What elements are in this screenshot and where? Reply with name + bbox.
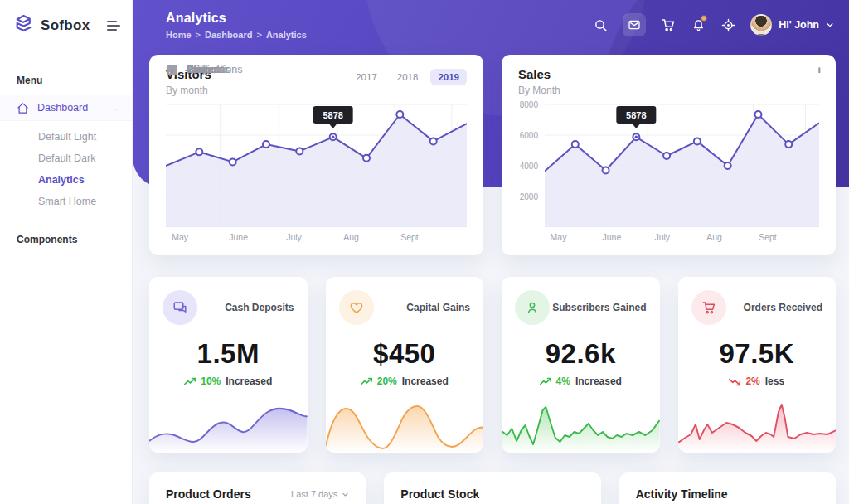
bell-icon[interactable] bbox=[691, 17, 706, 32]
x-tick-label: Sept bbox=[400, 232, 419, 242]
y-tick-label: 6000 bbox=[520, 131, 538, 140]
x-tick-label: July bbox=[654, 232, 670, 242]
cash-deposits-sparkline bbox=[149, 400, 308, 453]
product-orders-title: Product Orders bbox=[166, 487, 251, 501]
header-actions: Hi' John bbox=[593, 13, 834, 36]
expand-indicator[interactable]: + bbox=[816, 64, 822, 76]
chevron-down-icon bbox=[342, 491, 349, 498]
breadcrumb: Home > Dashboard > Analytics bbox=[166, 30, 307, 40]
product-orders-card: Product Orders Last 7 days bbox=[149, 472, 366, 504]
sidebar-toggle-icon[interactable] bbox=[107, 21, 120, 31]
page-head: Analytics Home > Dashboard > Analytics bbox=[166, 11, 307, 40]
breadcrumb-separator: > bbox=[256, 30, 261, 40]
product-stock-card: Product Stock bbox=[384, 472, 600, 504]
stat-card-subscribers-gained: Subscribers Gained 92.6k 4% Increased bbox=[502, 277, 660, 453]
stat-value: 97.5K bbox=[691, 338, 823, 370]
chat-bubble-icon bbox=[163, 290, 197, 325]
capital-gains-sparkline bbox=[326, 400, 484, 453]
locate-icon[interactable] bbox=[720, 17, 735, 32]
x-tick-label: June bbox=[229, 232, 248, 242]
sidebar-item-analytics[interactable]: Analytics bbox=[0, 169, 132, 191]
activity-timeline-card: Activity Timeline bbox=[619, 472, 836, 504]
x-tick-label: July bbox=[286, 232, 302, 242]
cart-icon bbox=[691, 290, 726, 325]
breadcrumb-home[interactable]: Home bbox=[166, 30, 192, 40]
y-tick-label: 8000 bbox=[520, 100, 538, 109]
sidebar-item-default-dark[interactable]: Default Dark bbox=[0, 148, 132, 169]
visitors-subtitle: By month bbox=[166, 85, 211, 96]
svg-text:5878: 5878 bbox=[626, 110, 646, 120]
user-greeting: Hi' John bbox=[779, 19, 819, 31]
sales-line-chart: 5878 bbox=[545, 104, 819, 227]
dashboard-submenu: Default Light Default Dark Analytics Sma… bbox=[0, 121, 132, 220]
x-tick-label: Sept bbox=[759, 232, 777, 242]
sales-x-axis: MayJuneJulyAugSept bbox=[545, 232, 819, 245]
breadcrumb-current: Analytics bbox=[266, 30, 307, 40]
chevron-down-icon bbox=[826, 21, 834, 29]
subscribers-sparkline bbox=[502, 400, 660, 453]
notification-badge bbox=[701, 15, 707, 22]
trend-up-icon bbox=[540, 377, 551, 386]
widget-icon bbox=[166, 64, 178, 76]
x-tick-label: Aug bbox=[343, 232, 359, 242]
mail-icon[interactable] bbox=[623, 13, 646, 36]
avatar[interactable] bbox=[750, 14, 772, 36]
brand-name[interactable]: Sofbox bbox=[41, 17, 90, 34]
stat-value: $450 bbox=[339, 338, 471, 370]
cart-icon[interactable] bbox=[661, 17, 676, 32]
heart-icon bbox=[339, 290, 374, 325]
sales-card: Sales By Month 2000400060008000 5878 May… bbox=[502, 55, 836, 255]
page-title: Analytics bbox=[166, 11, 307, 26]
product-stock-title: Product Stock bbox=[400, 487, 479, 501]
breadcrumb-dashboard[interactable]: Dashboard bbox=[205, 30, 252, 40]
stat-card-orders-received: Orders Received 97.5K 2% less bbox=[678, 277, 837, 453]
sidebar: Sofbox Menu Dashboard - Default Light De… bbox=[0, 0, 133, 504]
trend-down-icon bbox=[729, 377, 740, 386]
orders-sparkline bbox=[678, 400, 837, 453]
user-icon bbox=[515, 290, 550, 325]
visitors-x-axis: MayJuneJulyAugSept bbox=[166, 232, 467, 245]
sidebar-item-smart-home[interactable]: Smart Home bbox=[0, 191, 132, 212]
menu-section-label: Menu bbox=[0, 75, 132, 86]
home-icon bbox=[17, 102, 29, 114]
stat-value: 1.5M bbox=[163, 338, 294, 370]
trend-up-icon bbox=[361, 377, 372, 386]
sales-y-axis: 2000400060008000 bbox=[518, 104, 545, 245]
y-tick-label: 4000 bbox=[520, 162, 538, 171]
sofbox-logo-icon[interactable] bbox=[13, 14, 34, 38]
sales-subtitle: By Month bbox=[518, 85, 560, 96]
x-tick-label: Aug bbox=[706, 232, 722, 242]
activity-timeline-title: Activity Timeline bbox=[636, 487, 728, 501]
y-tick-label: 2000 bbox=[520, 192, 538, 201]
x-tick-label: May bbox=[551, 232, 567, 242]
breadcrumb-separator: > bbox=[196, 30, 201, 40]
sidebar-item-dashboard[interactable]: Dashboard - bbox=[0, 94, 132, 121]
collapse-indicator[interactable]: - bbox=[115, 102, 119, 114]
trend-up-icon bbox=[184, 377, 196, 386]
search-icon[interactable] bbox=[593, 17, 608, 32]
stat-card-capital-gains: Capital Gains $450 20% Increased bbox=[326, 277, 484, 453]
svg-text:5878: 5878 bbox=[323, 110, 342, 120]
visitors-line-chart: 5878 bbox=[166, 104, 467, 227]
stat-value: 92.6k bbox=[515, 338, 647, 370]
x-tick-label: May bbox=[172, 232, 188, 242]
sidebar-item-widgets[interactable]: Widgets + bbox=[149, 55, 836, 85]
visitors-card: Visitors By month 2017 2018 2019 5878 Ma… bbox=[149, 55, 483, 255]
stat-card-cash-deposits: Cash Deposits 1.5M 10% Increased bbox=[149, 277, 308, 453]
sidebar-item-default-light[interactable]: Default Light bbox=[0, 126, 132, 148]
date-range-dropdown[interactable]: Last 7 days bbox=[291, 489, 349, 499]
x-tick-label: June bbox=[603, 232, 622, 242]
main-content: Visitors By month 2017 2018 2019 5878 Ma… bbox=[149, 55, 836, 504]
components-section-label: Components bbox=[0, 234, 132, 245]
user-menu[interactable]: Hi' John bbox=[750, 14, 834, 36]
